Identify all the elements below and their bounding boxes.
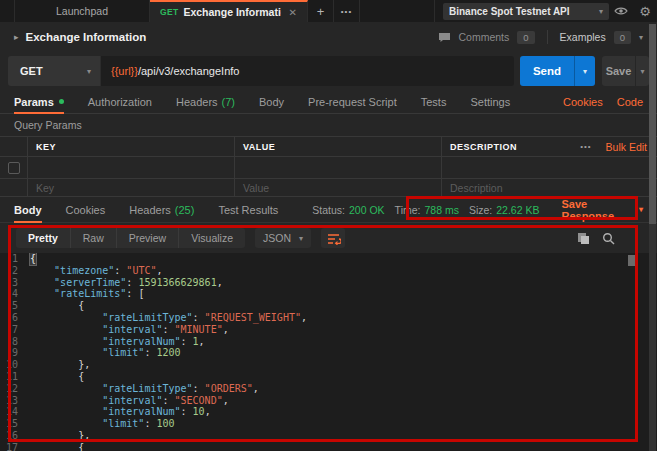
environment-quick-look-button[interactable] bbox=[609, 6, 633, 16]
tab-method-badge: GET bbox=[160, 7, 178, 17]
value-placeholder[interactable]: Value bbox=[235, 179, 442, 196]
description-column-header-cell: DESCRIPTION ••• Bulk Edit bbox=[442, 137, 657, 156]
param-key-cell[interactable] bbox=[28, 157, 235, 178]
save-button[interactable]: Save ▾ bbox=[602, 56, 649, 86]
bulk-edit-link[interactable]: Bulk Edit bbox=[606, 141, 647, 153]
tab-settings-label: Settings bbox=[470, 96, 510, 108]
code-link[interactable]: Code bbox=[617, 96, 643, 108]
tab-exchange-information[interactable]: GET Exchange Information ✕ bbox=[150, 0, 308, 22]
code-line: 6 "rateLimitType": "REQUEST_WEIGHT", bbox=[0, 312, 657, 324]
method-selector[interactable]: GET ▾ bbox=[8, 56, 100, 86]
tab-options-button[interactable]: ••• bbox=[334, 0, 360, 22]
format-value: JSON bbox=[263, 232, 291, 244]
url-variable: {{url}} bbox=[111, 65, 138, 77]
environment-selector[interactable]: Binance Spot Testnet API ▾ bbox=[443, 3, 609, 20]
tab-tests-label: Tests bbox=[421, 96, 447, 108]
query-params-table: KEY VALUE DESCRIPTION ••• Bulk Edit Key … bbox=[0, 136, 657, 197]
description-placeholder[interactable]: Description bbox=[442, 179, 657, 196]
line-number: 6 bbox=[0, 312, 30, 324]
environment-area: Binance Spot Testnet API ▾ ⚙ bbox=[434, 0, 657, 22]
query-params-title: Query Params bbox=[0, 114, 657, 136]
tab-tests[interactable]: Tests bbox=[421, 90, 447, 113]
code-line: 2 "timezone": "UTC", bbox=[0, 265, 657, 277]
send-button[interactable]: Send ▾ bbox=[520, 56, 595, 86]
line-number: 9 bbox=[0, 347, 30, 359]
param-value-cell[interactable] bbox=[235, 157, 442, 178]
code-line: 16 }, bbox=[0, 430, 657, 442]
line-number: 1 bbox=[0, 253, 30, 265]
examples-count-badge: 0 bbox=[614, 31, 631, 44]
chevron-down-icon: ▾ bbox=[583, 67, 587, 76]
view-visualize-button[interactable]: Visualize bbox=[179, 228, 245, 248]
plus-icon: + bbox=[317, 4, 325, 19]
send-options-button[interactable]: ▾ bbox=[574, 56, 595, 86]
url-input[interactable]: {{url}}/api/v3/exchangeInfo bbox=[100, 56, 514, 86]
param-checkbox[interactable] bbox=[8, 162, 20, 174]
tab-authorization[interactable]: Authorization bbox=[88, 90, 152, 113]
line-number: 4 bbox=[0, 288, 30, 300]
param-description-cell[interactable] bbox=[442, 157, 657, 178]
tab-settings[interactable]: Settings bbox=[470, 90, 510, 113]
format-selector[interactable]: JSON ▾ bbox=[255, 228, 311, 248]
view-mode-group: Pretty Raw Preview Visualize bbox=[16, 228, 245, 248]
caret-right-icon[interactable]: ▸ bbox=[14, 32, 19, 42]
line-number: 7 bbox=[0, 324, 30, 336]
params-more-icon[interactable]: ••• bbox=[580, 142, 591, 151]
code-line: 17 { bbox=[0, 442, 657, 451]
new-tab-button[interactable]: + bbox=[308, 0, 334, 22]
search-response-button[interactable] bbox=[602, 232, 615, 245]
view-pretty-button[interactable]: Pretty bbox=[16, 228, 71, 248]
save-response-button[interactable]: Save Response ▾ bbox=[555, 198, 643, 222]
response-view-toolbar: Pretty Raw Preview Visualize JSON ▾ bbox=[0, 223, 657, 253]
response-body-viewer[interactable]: 1{2 "timezone": "UTC",3 "serverTime": 15… bbox=[0, 253, 657, 451]
code-line: 12 "rateLimitType": "ORDERS", bbox=[0, 383, 657, 395]
view-raw-button[interactable]: Raw bbox=[71, 228, 117, 248]
response-status-group: Status: 200 OK Time: 788 ms Size: 22.62 … bbox=[302, 197, 549, 222]
json-code-block: 1{2 "timezone": "UTC",3 "serverTime": 15… bbox=[0, 253, 657, 451]
response-tab-headers[interactable]: Headers (25) bbox=[129, 197, 194, 222]
response-tab-body-label: Body bbox=[14, 204, 42, 216]
send-label: Send bbox=[520, 56, 574, 86]
editor-scrollbar-thumb[interactable] bbox=[628, 255, 635, 266]
copy-icon bbox=[577, 232, 590, 245]
key-placeholder[interactable]: Key bbox=[28, 179, 235, 196]
chevron-down-icon[interactable]: ▾ bbox=[639, 33, 643, 42]
comments-label[interactable]: Comments bbox=[459, 31, 510, 43]
tab-body[interactable]: Body bbox=[259, 90, 284, 113]
settings-button[interactable]: ⚙ bbox=[633, 4, 657, 19]
wrap-text-button[interactable] bbox=[321, 228, 345, 248]
response-tab-test-results[interactable]: Test Results bbox=[218, 197, 278, 222]
response-tab-body[interactable]: Body bbox=[14, 197, 42, 222]
code-line: 15 "limit": 100 bbox=[0, 418, 657, 430]
view-preview-button[interactable]: Preview bbox=[117, 228, 179, 248]
tab-headers[interactable]: Headers (7) bbox=[176, 90, 235, 113]
response-tab-headers-label: Headers bbox=[129, 204, 171, 216]
examples-label[interactable]: Examples bbox=[560, 31, 606, 43]
code-line: 1{ bbox=[0, 253, 657, 265]
response-tab-cookies[interactable]: Cookies bbox=[66, 197, 106, 222]
description-column-header: DESCRIPTION bbox=[450, 142, 517, 152]
line-number: 14 bbox=[0, 406, 30, 418]
close-tab-icon[interactable]: ✕ bbox=[289, 7, 297, 18]
tab-pre-request-script[interactable]: Pre-request Script bbox=[308, 90, 397, 113]
ellipsis-icon: ••• bbox=[341, 7, 352, 16]
request-title: Exchange Information bbox=[26, 31, 147, 43]
copy-response-button[interactable] bbox=[577, 232, 590, 245]
size-value: 22.62 KB bbox=[496, 204, 539, 216]
page-scrollbar[interactable] bbox=[649, 24, 656, 451]
size-label: Size: bbox=[469, 204, 492, 216]
cookies-link[interactable]: Cookies bbox=[563, 96, 603, 108]
tab-params[interactable]: Params bbox=[14, 90, 64, 113]
code-line: 4 "rateLimits": [ bbox=[0, 288, 657, 300]
line-number: 11 bbox=[0, 371, 30, 383]
save-options-button[interactable]: ▾ bbox=[635, 56, 649, 86]
params-active-dot bbox=[59, 99, 64, 104]
tab-launchpad[interactable]: Launchpad bbox=[14, 0, 150, 22]
request-tabs: Params Authorization Headers (7) Body Pr… bbox=[0, 90, 657, 114]
page-scrollbar-thumb[interactable] bbox=[649, 24, 656, 224]
tab-pre-request-script-label: Pre-request Script bbox=[308, 96, 397, 108]
code-line: 7 "interval": "MINUTE", bbox=[0, 324, 657, 336]
response-tab-cookies-label: Cookies bbox=[66, 204, 106, 216]
placeholder-checkbox-cell bbox=[0, 179, 28, 196]
status-label: Status: bbox=[312, 204, 345, 216]
